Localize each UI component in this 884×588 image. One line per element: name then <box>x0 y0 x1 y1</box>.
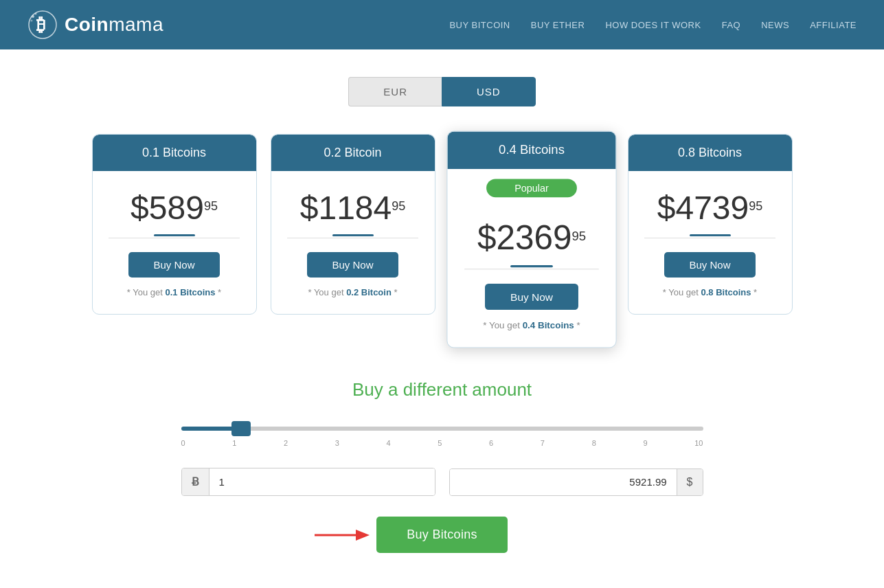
card-price-0.1: $58995 <box>131 192 218 225</box>
main-content: EUR USD 0.1 Bitcoins $58995 Buy Now * Yo… <box>0 49 884 588</box>
buy-now-0.8[interactable]: Buy Now <box>664 252 755 278</box>
nav-faq[interactable]: FAQ <box>722 20 741 30</box>
card-price-0.8: $473995 <box>657 192 763 225</box>
card-price-wrap-0.2: $118495 <box>271 171 435 227</box>
card-header-0.1: 0.1 Bitcoins <box>93 135 256 171</box>
card-price-0.4: $236995 <box>477 221 585 255</box>
card-0.4-bitcoin: 0.4 Bitcoins Popular $236995 Buy Now * Y… <box>446 131 616 348</box>
usd-amount-input[interactable] <box>450 469 677 495</box>
card-footer-0.8: * You get 0.8 Bitcoins * <box>628 287 792 297</box>
card-divider-0.1 <box>154 234 195 236</box>
btc-prefix-icon: Ƀ <box>182 468 209 495</box>
card-price-0.2: $118495 <box>300 192 406 225</box>
different-amount-section: Buy a different amount <box>41 379 843 400</box>
svg-point-4 <box>31 20 33 22</box>
red-arrow-icon <box>315 525 370 545</box>
card-price-wrap-0.1: $58995 <box>93 171 256 227</box>
card-footer-0.2: * You get 0.2 Bitcoin * <box>271 287 435 297</box>
card-footer-0.1: * You get 0.1 Bitcoins * <box>93 287 256 297</box>
slider-label-4: 4 <box>387 439 391 447</box>
logo-text: Coinmama <box>65 14 163 36</box>
card-divider-0.2 <box>332 234 374 236</box>
card-divider-light-0.1 <box>109 238 239 238</box>
card-price-wrap-0.8: $473995 <box>628 171 792 227</box>
buy-now-0.4[interactable]: Buy Now <box>485 284 578 310</box>
svg-point-2 <box>32 15 34 18</box>
buy-section: Buy Bitcoins <box>41 517 843 553</box>
slider-label-7: 7 <box>541 439 545 447</box>
buy-bitcoins-button[interactable]: Buy Bitcoins <box>376 517 508 553</box>
bitcoin-amount-slider[interactable] <box>181 427 703 431</box>
slider-label-0: 0 <box>181 439 185 447</box>
svg-point-3 <box>35 13 37 15</box>
card-price-wrap-0.4: $236995 <box>447 200 615 258</box>
currency-toggle: EUR USD <box>41 77 843 106</box>
header: ₿ Coinmama BUY BITCOIN BUY ETHER HOW DOE… <box>0 0 884 49</box>
slider-label-8: 8 <box>592 439 596 447</box>
slider-label-10: 10 <box>694 439 703 447</box>
card-divider-0.4 <box>510 265 553 267</box>
card-header-0.2: 0.2 Bitcoin <box>271 135 435 171</box>
slider-labels: 0 1 2 3 4 5 6 7 8 9 10 <box>181 439 703 447</box>
different-amount-heading: Buy a different amount <box>41 379 843 400</box>
usd-input-group: $ <box>449 468 703 496</box>
eur-button[interactable]: EUR <box>348 77 442 106</box>
card-header-0.4: 0.4 Bitcoins <box>447 131 615 169</box>
main-nav: BUY BITCOIN BUY ETHER HOW DOES IT WORK F… <box>449 20 857 30</box>
nav-news[interactable]: NEWS <box>761 20 789 30</box>
slider-label-1: 1 <box>232 439 236 447</box>
input-row: Ƀ $ <box>181 468 703 496</box>
usd-suffix-icon: $ <box>677 469 703 495</box>
card-0.2-bitcoin: 0.2 Bitcoin $118495 Buy Now * You get 0.… <box>271 134 435 315</box>
buy-now-0.2[interactable]: Buy Now <box>307 252 398 278</box>
logo: ₿ Coinmama <box>27 10 163 40</box>
svg-text:₿: ₿ <box>36 14 45 35</box>
slider-label-2: 2 <box>284 439 288 447</box>
slider-section: 0 1 2 3 4 5 6 7 8 9 10 <box>181 421 703 447</box>
card-0.8-bitcoin: 0.8 Bitcoins $473995 Buy Now * You get 0… <box>628 134 793 315</box>
logo-icon: ₿ <box>27 10 58 40</box>
card-0.1-bitcoin: 0.1 Bitcoins $58995 Buy Now * You get 0.… <box>92 134 257 315</box>
slider-label-6: 6 <box>489 439 493 447</box>
nav-buy-bitcoin[interactable]: BUY BITCOIN <box>449 20 510 30</box>
slider-label-5: 5 <box>438 439 442 447</box>
card-divider-light-0.2 <box>287 238 418 238</box>
card-divider-light-0.4 <box>464 269 598 269</box>
slider-label-3: 3 <box>335 439 339 447</box>
svg-marker-6 <box>356 530 370 541</box>
card-footer-0.4: * You get 0.4 Bitcoins * <box>447 319 615 330</box>
btc-amount-input[interactable] <box>209 468 435 495</box>
nav-buy-ether[interactable]: BUY ETHER <box>531 20 585 30</box>
btc-input-group: Ƀ <box>181 468 435 496</box>
card-header-0.8: 0.8 Bitcoins <box>628 135 792 171</box>
slider-label-9: 9 <box>643 439 647 447</box>
pricing-cards: 0.1 Bitcoins $58995 Buy Now * You get 0.… <box>41 134 843 345</box>
slider-wrap <box>181 421 703 433</box>
nav-how-it-works[interactable]: HOW DOES IT WORK <box>605 20 701 30</box>
buy-now-0.1[interactable]: Buy Now <box>128 252 219 278</box>
popular-badge: Popular <box>486 179 576 197</box>
arrow-wrap: Buy Bitcoins <box>376 517 508 553</box>
nav-affiliate[interactable]: AFFILIATE <box>810 20 857 30</box>
usd-button[interactable]: USD <box>442 77 536 106</box>
card-divider-light-0.8 <box>644 238 775 238</box>
card-divider-0.8 <box>690 234 731 236</box>
